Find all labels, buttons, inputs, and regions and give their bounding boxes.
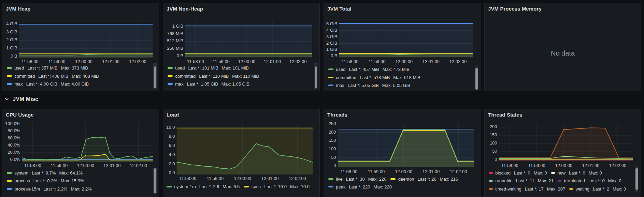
svg-text:12:01:00: 12:01:00: [423, 169, 440, 174]
svg-text:512 MiB: 512 MiB: [167, 38, 184, 43]
svg-text:11:58:00: 11:58:00: [340, 169, 357, 174]
svg-text:60.0%: 60.0%: [8, 135, 20, 140]
svg-text:50: 50: [331, 155, 336, 160]
svg-text:12:02:00: 12:02:00: [129, 59, 146, 64]
svg-text:12:01:00: 12:01:00: [582, 163, 600, 168]
svg-text:0 B: 0 B: [11, 54, 17, 59]
svg-text:11:59:00: 11:59:00: [207, 176, 224, 181]
svg-text:2 GiB: 2 GiB: [326, 41, 338, 46]
svg-text:4 GiB: 4 GiB: [326, 28, 338, 33]
svg-text:12:01:00: 12:01:00: [103, 163, 121, 168]
svg-text:0: 0: [495, 157, 497, 162]
svg-text:250: 250: [329, 121, 336, 126]
svg-text:12:00:00: 12:00:00: [75, 59, 92, 64]
svg-text:2 GiB: 2 GiB: [6, 37, 17, 42]
svg-text:11:59:00: 11:59:00: [51, 163, 68, 168]
svg-text:6.0: 6.0: [169, 143, 175, 148]
svg-text:0: 0: [333, 163, 336, 168]
svg-text:11:58:00: 11:58:00: [22, 59, 39, 64]
svg-text:100: 100: [329, 146, 336, 151]
svg-text:11:58:00: 11:58:00: [187, 59, 204, 64]
svg-text:40.0%: 40.0%: [8, 142, 20, 148]
svg-text:200: 200: [490, 124, 497, 129]
svg-text:12:02:00: 12:02:00: [609, 163, 627, 168]
svg-text:2.0: 2.0: [169, 161, 175, 166]
svg-text:12:02:00: 12:02:00: [449, 59, 467, 64]
svg-text:1 GiB: 1 GiB: [172, 24, 184, 29]
svg-text:12:02:00: 12:02:00: [289, 59, 307, 64]
svg-text:12:02:00: 12:02:00: [450, 169, 467, 174]
svg-text:100: 100: [490, 140, 497, 146]
svg-text:12:01:00: 12:01:00: [102, 59, 119, 64]
svg-text:150: 150: [490, 132, 497, 137]
svg-text:0 B: 0 B: [177, 53, 184, 58]
svg-text:11:58:00: 11:58:00: [342, 59, 359, 64]
svg-text:12:02:00: 12:02:00: [289, 176, 306, 181]
svg-text:12:02:00: 12:02:00: [130, 163, 147, 168]
svg-text:12:01:00: 12:01:00: [264, 59, 281, 64]
svg-text:11:58:00: 11:58:00: [501, 163, 518, 168]
svg-text:80.0%: 80.0%: [8, 128, 20, 133]
svg-text:12:00:00: 12:00:00: [77, 163, 94, 168]
svg-text:256 MiB: 256 MiB: [167, 46, 184, 51]
svg-text:12:00:00: 12:00:00: [395, 59, 413, 64]
svg-text:12:00:00: 12:00:00: [395, 169, 412, 174]
svg-text:11:59:00: 11:59:00: [368, 169, 385, 174]
svg-text:11:59:00: 11:59:00: [528, 163, 545, 168]
svg-text:0.0: 0.0: [169, 170, 175, 175]
svg-text:12:01:00: 12:01:00: [422, 59, 440, 64]
svg-text:3 GiB: 3 GiB: [326, 34, 338, 39]
svg-text:12:00:00: 12:00:00: [234, 176, 251, 181]
svg-text:150: 150: [329, 138, 336, 143]
svg-text:1 GiB: 1 GiB: [326, 47, 338, 52]
svg-text:0.0%: 0.0%: [10, 157, 20, 162]
svg-text:100.0%: 100.0%: [5, 121, 20, 126]
svg-text:12:00:00: 12:00:00: [555, 163, 572, 168]
svg-text:3 GiB: 3 GiB: [6, 29, 17, 34]
svg-text:4 GiB: 4 GiB: [6, 21, 17, 26]
svg-text:200: 200: [329, 130, 336, 135]
svg-text:11:59:00: 11:59:00: [369, 59, 386, 64]
svg-text:11:59:00: 11:59:00: [213, 59, 230, 64]
svg-text:10.0: 10.0: [166, 125, 175, 130]
svg-text:8.0: 8.0: [169, 134, 175, 139]
svg-text:768 MiB: 768 MiB: [167, 31, 184, 36]
svg-text:20.0%: 20.0%: [8, 150, 20, 155]
svg-text:11:58:00: 11:58:00: [24, 163, 41, 168]
svg-text:11:58:00: 11:58:00: [179, 176, 196, 181]
svg-text:12:01:00: 12:01:00: [261, 176, 279, 181]
svg-text:11:59:00: 11:59:00: [48, 59, 66, 64]
svg-text:1 GiB: 1 GiB: [6, 45, 17, 50]
svg-text:12:00:00: 12:00:00: [238, 59, 256, 64]
svg-text:50: 50: [492, 149, 497, 154]
svg-text:0 B: 0 B: [331, 53, 338, 58]
svg-text:5 GiB: 5 GiB: [326, 21, 338, 26]
svg-text:4.0: 4.0: [169, 152, 175, 157]
